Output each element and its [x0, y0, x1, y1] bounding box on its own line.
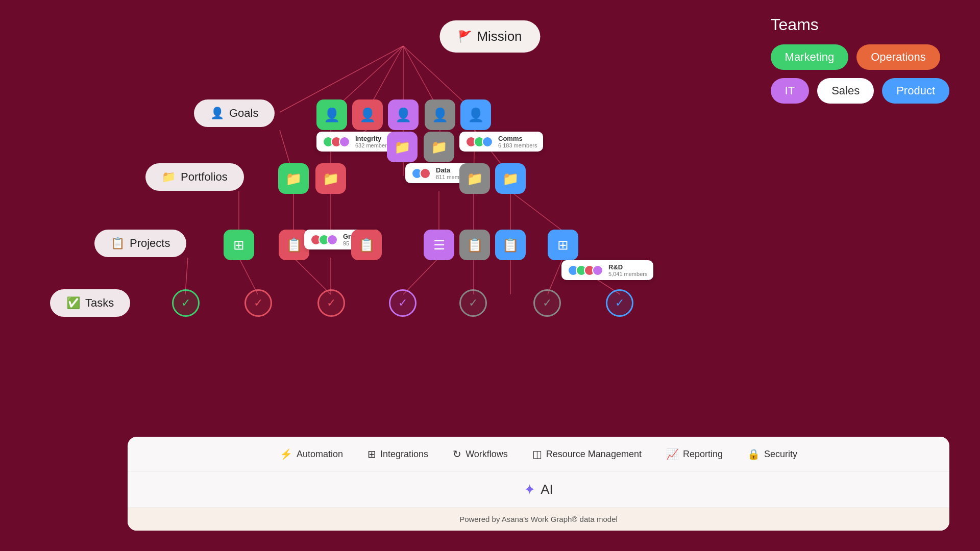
team-card-comms[interactable]: Comms 6,183 members [459, 132, 543, 152]
powered-by: Powered by Asana's Work Graph® data mode… [128, 507, 949, 531]
portfolios-label: Portfolios [181, 170, 228, 184]
project-green[interactable]: ⊞ [224, 230, 254, 260]
integrity-avatars [323, 136, 347, 147]
projects-icon: 📋 [111, 237, 125, 250]
workflows-icon: ↻ [453, 448, 461, 460]
teams-panel: Teams Marketing Operations IT Sales Prod… [771, 15, 949, 112]
task-check-red-1[interactable]: ✓ [244, 289, 272, 317]
project-blue[interactable]: 📋 [495, 230, 526, 260]
comms-members: 6,183 members [498, 142, 537, 148]
team-badge-it[interactable]: IT [771, 78, 810, 104]
comms-avatars [465, 136, 490, 147]
integrations-label: Integrations [380, 449, 428, 460]
flag-icon: 🚩 [458, 30, 472, 43]
goal-icon-blue[interactable]: 👤 [460, 99, 491, 130]
projects-label: Projects [130, 237, 170, 250]
avatar-3 [339, 136, 350, 147]
portfolios-icon: 📁 [162, 170, 176, 184]
features-row: ⚡ Automation ⊞ Integrations ↻ Workflows … [128, 437, 949, 472]
team-badge-operations[interactable]: Operations [856, 44, 940, 70]
feature-resource-management[interactable]: ◫ Resource Management [532, 448, 642, 460]
feature-workflows[interactable]: ↻ Workflows [453, 448, 508, 460]
ai-section: ✦ AI [128, 472, 949, 507]
task-check-green[interactable]: ✓ [172, 289, 200, 317]
security-icon: 🔒 [747, 448, 760, 460]
svg-line-21 [239, 258, 258, 294]
rd-name: R&D [608, 263, 647, 271]
team-badge-marketing[interactable]: Marketing [771, 44, 849, 70]
project-blue-2[interactable]: ⊞ [548, 230, 578, 260]
task-check-gray-2[interactable]: ✓ [533, 289, 561, 317]
tasks-pill[interactable]: ✅ Tasks [50, 289, 130, 317]
avatar-6 [482, 136, 493, 147]
tasks-label: Tasks [85, 296, 114, 310]
rd-info: R&D 5,041 members [608, 263, 647, 277]
bottom-bar: ⚡ Automation ⊞ Integrations ↻ Workflows … [128, 437, 949, 531]
data-avatars [411, 168, 428, 179]
reporting-label: Reporting [683, 449, 723, 460]
feature-reporting[interactable]: 📈 Reporting [666, 448, 723, 460]
portfolio-red[interactable]: 📁 [315, 163, 346, 194]
svg-line-22 [293, 258, 331, 294]
goal-icon-purple[interactable]: 👤 [388, 99, 419, 130]
security-label: Security [764, 449, 797, 460]
projects-pill[interactable]: 📋 Projects [94, 230, 186, 257]
portfolio-gray[interactable]: 📁 [459, 163, 490, 194]
svg-line-24 [403, 258, 439, 294]
goals-pill[interactable]: 👤 Goals [194, 99, 275, 127]
mission-label: Mission [477, 29, 522, 44]
reporting-icon: 📈 [666, 448, 679, 460]
comms-name: Comms [498, 135, 537, 142]
resource-management-icon: ◫ [532, 448, 542, 460]
team-card-integrity[interactable]: Integrity 632 members [316, 132, 396, 152]
svg-line-19 [510, 191, 563, 231]
goal-icon-gray[interactable]: 👤 [425, 99, 455, 130]
automation-label: Automation [297, 449, 343, 460]
task-check-blue[interactable]: ✓ [606, 289, 633, 317]
folder-gray-1[interactable]: 📁 [424, 132, 454, 162]
svg-line-27 [548, 258, 563, 294]
ai-label: AI [541, 482, 553, 497]
team-card-rd[interactable]: R&D 5,041 members [561, 260, 653, 280]
folder-purple-1[interactable]: 📁 [387, 132, 418, 162]
ai-star-icon: ✦ [524, 481, 535, 498]
goals-icon: 👤 [210, 107, 224, 120]
project-purple[interactable]: ☰ [424, 230, 454, 260]
integrity-members: 632 members [355, 142, 389, 148]
task-check-purple[interactable]: ✓ [389, 289, 416, 317]
feature-automation[interactable]: ⚡ Automation [280, 448, 343, 460]
team-badge-product[interactable]: Product [882, 78, 949, 104]
project-red-2[interactable]: 📋 [351, 230, 382, 260]
feature-integrations[interactable]: ⊞ Integrations [368, 448, 428, 460]
team-badge-sales[interactable]: Sales [817, 78, 874, 104]
goals-label: Goals [229, 107, 258, 120]
rd-members: 5,041 members [608, 271, 647, 277]
integrity-name: Integrity [355, 135, 389, 142]
teams-row-1: Marketing Operations [771, 44, 949, 70]
teams-row-2: IT Sales Product [771, 78, 949, 104]
resource-management-label: Resource Management [546, 449, 642, 460]
growth-avatars [310, 234, 335, 245]
portfolio-green[interactable]: 📁 [278, 163, 309, 194]
project-gray-1[interactable]: 📋 [459, 230, 490, 260]
mission-pill[interactable]: 🚩 Mission [439, 20, 540, 53]
goal-icon-green[interactable]: 👤 [316, 99, 347, 130]
teams-title: Teams [771, 15, 949, 34]
task-check-gray-1[interactable]: ✓ [459, 289, 487, 317]
avatar-15 [592, 265, 603, 276]
integrations-icon: ⊞ [368, 448, 376, 460]
avatar-11 [327, 234, 338, 245]
workflows-label: Workflows [465, 449, 508, 460]
task-check-red-2[interactable]: ✓ [317, 289, 345, 317]
rd-avatars [568, 265, 600, 276]
portfolio-blue[interactable]: 📁 [495, 163, 526, 194]
avatar-8 [420, 168, 431, 179]
portfolios-pill[interactable]: 📁 Portfolios [145, 163, 244, 191]
tasks-icon: ✅ [66, 296, 80, 310]
goal-icon-red[interactable]: 👤 [352, 99, 383, 130]
automation-icon: ⚡ [280, 448, 292, 460]
comms-info: Comms 6,183 members [498, 135, 537, 148]
integrity-info: Integrity 632 members [355, 135, 389, 148]
feature-security[interactable]: 🔒 Security [747, 448, 797, 460]
